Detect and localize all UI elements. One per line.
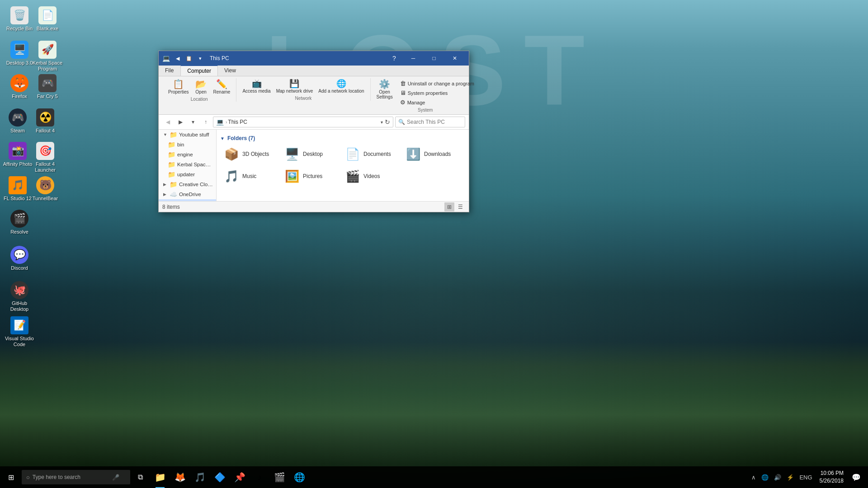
address-this-pc[interactable]: This PC bbox=[228, 119, 247, 125]
nav-item-this-pc[interactable]: ▼ 💻 This PC bbox=[159, 199, 216, 201]
map-network-drive-button[interactable]: 💾 Map network drive bbox=[274, 78, 316, 95]
desktop-icon-recycle-bin[interactable]: 🗑️ Recycle Bin bbox=[4, 6, 35, 32]
tab-computer[interactable]: Computer bbox=[180, 65, 218, 76]
access-media-button[interactable]: 📺 Access media bbox=[240, 78, 273, 95]
expand-arrow: ▼ bbox=[163, 132, 168, 137]
pin-taskbar-icon: 📌 bbox=[234, 472, 245, 483]
desktop-icon-blank-exe[interactable]: 📄 Blank.exe bbox=[32, 6, 63, 32]
properties-button[interactable]: 📋 Properties bbox=[166, 78, 191, 96]
desktop-icon-vscode[interactable]: 📝 Visual Studio Code bbox=[4, 316, 35, 347]
tray-chevron-icon[interactable]: ∧ bbox=[750, 473, 758, 482]
recent-locations-button[interactable]: ▾ bbox=[188, 117, 198, 127]
qa-properties-button[interactable]: 📋 bbox=[184, 53, 194, 63]
notification-center-button[interactable]: 💬 bbox=[849, 466, 863, 488]
manage-label: Manage bbox=[407, 100, 425, 105]
tray-language-indicator[interactable]: ENG bbox=[797, 473, 814, 482]
nav-item-onedrive[interactable]: ▶ ☁️ OneDrive bbox=[159, 189, 216, 199]
minimize-button[interactable]: ─ bbox=[403, 51, 424, 66]
desktop-icon-desktop3d[interactable]: 🖥️ Desktop 3.0 bbox=[4, 41, 35, 66]
taskbar-app-winamp[interactable]: 🎵 bbox=[190, 466, 210, 488]
help-button[interactable]: ? bbox=[388, 51, 400, 66]
folders-expand-icon[interactable]: ▼ bbox=[220, 136, 225, 141]
up-button[interactable]: ↑ bbox=[200, 117, 211, 127]
folder-item-videos[interactable]: 🎬 Videos bbox=[341, 166, 400, 187]
maximize-button[interactable]: □ bbox=[424, 51, 444, 66]
desktop-icon-firefox[interactable]: 🦊 Firefox bbox=[4, 74, 35, 99]
desktop-icon-resolve[interactable]: 🎬 Resolve bbox=[4, 210, 35, 235]
system-properties-button[interactable]: 🖥 System properties bbox=[398, 89, 476, 97]
address-refresh-button[interactable]: ↻ bbox=[385, 118, 390, 126]
taskbar-app-chrome[interactable]: 🌐 bbox=[289, 466, 309, 488]
task-view-button[interactable]: ⧉ bbox=[130, 466, 150, 488]
system-clock[interactable]: 10:06 PM 5/26/2018 bbox=[816, 469, 847, 485]
content-pane: ▼ Folders (7) 📦 3D Objects 🖥️ Desktop 📄 … bbox=[217, 130, 469, 201]
nav-item-updater[interactable]: 📁 updater bbox=[159, 169, 216, 179]
desktop-icon-github-desktop[interactable]: 🐙 GitHub Desktop bbox=[4, 281, 35, 312]
open-button[interactable]: 📂 Open bbox=[192, 78, 210, 96]
quick-access-icons: ◀ 📋 ▾ bbox=[173, 53, 205, 63]
folder-item-pictures[interactable]: 🖼️ Pictures bbox=[281, 166, 340, 187]
folder-icon: 📁 bbox=[170, 131, 177, 138]
uninstall-button[interactable]: 🗑 Uninstall or change a program bbox=[398, 79, 476, 88]
nav-item-kerbal-space[interactable]: 📁 Kerbal Space Pro... bbox=[159, 160, 216, 169]
manage-button[interactable]: ⚙ Manage bbox=[398, 98, 476, 107]
desktop-icon-kerbal[interactable]: 🚀 Kerbal Space Program bbox=[32, 41, 63, 72]
nav-item-engine[interactable]: 📁 engine bbox=[159, 150, 216, 160]
folder-icon: 📁 bbox=[168, 161, 175, 168]
system-properties-label: System properties bbox=[408, 90, 448, 96]
folder-item-downloads[interactable]: ⬇️ Downloads bbox=[402, 144, 461, 164]
rename-icon: ✏️ bbox=[216, 80, 227, 89]
back-button[interactable]: ◀ bbox=[162, 117, 173, 127]
tray-network-icon[interactable]: 🌐 bbox=[760, 473, 770, 482]
tab-view[interactable]: View bbox=[218, 66, 243, 76]
rename-button[interactable]: ✏️ Rename bbox=[211, 78, 233, 96]
start-button[interactable]: ⊞ bbox=[0, 466, 22, 488]
manage-icon: ⚙ bbox=[400, 99, 406, 106]
folder-item-desktop[interactable]: 🖥️ Desktop bbox=[281, 144, 340, 164]
tray-volume-icon[interactable]: 🔊 bbox=[772, 473, 783, 482]
desktop: LOST 🗑️ Recycle Bin 📄 Blank.exe 🖥️ Deskt… bbox=[0, 0, 868, 488]
folder-icon-desktop: 🖥️ bbox=[285, 147, 299, 161]
address-dropdown-button[interactable]: ▾ bbox=[381, 120, 383, 125]
search-input[interactable] bbox=[407, 119, 475, 125]
desktop-icon-tunnelbear[interactable]: 🐻 TunnelBear bbox=[29, 176, 61, 202]
close-button[interactable]: ✕ bbox=[444, 51, 465, 66]
desktop-icon-steam[interactable]: 🎮 Steam bbox=[2, 108, 33, 134]
desktop-icon-farcry5[interactable]: 🎮 Far Cry 5 bbox=[32, 74, 63, 99]
details-view-button[interactable]: ☰ bbox=[455, 202, 465, 211]
search-box[interactable]: 🔍 bbox=[395, 117, 465, 127]
nav-item-creative-cloud[interactable]: ▶ 📁 Creative Cloud Fil... bbox=[159, 179, 216, 189]
taskbar-search-box[interactable]: ○ 🎤 bbox=[22, 470, 130, 484]
nav-label-bin: bin bbox=[177, 142, 184, 147]
taskbar-search-icon: ○ bbox=[26, 474, 30, 481]
qa-back-button[interactable]: ◀ bbox=[173, 53, 183, 63]
qa-customize-button[interactable]: ▾ bbox=[195, 53, 205, 63]
nav-item-youtube-stuff[interactable]: ▼ 📁 Youtube stuff bbox=[159, 130, 216, 140]
add-network-location-button[interactable]: 🌐 Add a network location bbox=[316, 78, 366, 95]
taskbar-app-affinity[interactable]: 🔷 bbox=[210, 466, 230, 488]
open-settings-button[interactable]: ⚙️ OpenSettings bbox=[374, 78, 395, 101]
folder-item-documents[interactable]: 📄 Documents bbox=[341, 144, 400, 164]
nav-item-bin[interactable]: 📁 bin bbox=[159, 140, 216, 150]
folder-item-3d-objects[interactable]: 📦 3D Objects bbox=[220, 144, 279, 164]
desktop-icon-fallout4[interactable]: ☢️ Fallout 4 bbox=[29, 108, 61, 134]
tray-battery-icon[interactable]: ⚡ bbox=[785, 473, 796, 482]
desktop-icon-fallout4-launcher[interactable]: 🎯 Fallout 4 Launcher bbox=[29, 142, 61, 173]
taskbar-app-file-explorer[interactable]: 📁 bbox=[150, 466, 170, 488]
nav-label-engine: engine bbox=[177, 152, 193, 157]
taskbar-app-firefox[interactable]: 🦊 bbox=[170, 466, 190, 488]
address-bar[interactable]: 💻 › This PC ▾ ↻ bbox=[213, 117, 393, 127]
desktop-icon-discord[interactable]: 💬 Discord bbox=[4, 246, 35, 271]
desktop-icon-fl-studio[interactable]: 🎵 FL Studio 12 bbox=[2, 176, 33, 202]
taskbar-app-music[interactable]: ♪ bbox=[250, 466, 269, 488]
desktop-icon-affinity[interactable]: 📸 Affinity Photo bbox=[2, 142, 33, 167]
taskbar-search-input[interactable] bbox=[33, 474, 109, 480]
taskbar-app-pin[interactable]: 📌 bbox=[230, 466, 250, 488]
forward-button[interactable]: ▶ bbox=[175, 117, 186, 127]
folder-item-music[interactable]: 🎵 Music bbox=[220, 166, 279, 187]
tab-file[interactable]: File bbox=[159, 66, 180, 76]
ribbon-group-location: 📋 Properties 📂 Open ✏️ Rename Location bbox=[162, 78, 236, 102]
folder-icon: 📁 bbox=[168, 151, 175, 158]
large-icons-view-button[interactable]: ⊞ bbox=[444, 202, 454, 211]
taskbar-app-resolve[interactable]: 🎬 bbox=[269, 466, 289, 488]
